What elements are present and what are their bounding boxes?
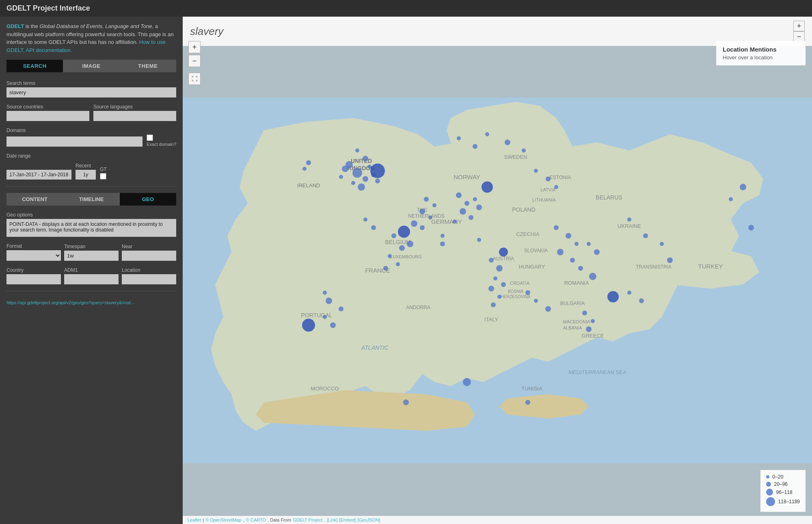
svg-point-106	[403, 400, 409, 405]
divider-2	[6, 291, 176, 291]
svg-point-119	[525, 290, 530, 295]
svg-point-45	[342, 166, 348, 172]
svg-text:UNITED: UNITED	[351, 158, 372, 164]
tab-image[interactable]: IMAGE	[63, 60, 119, 72]
geojson-link[interactable]: [GeoJSON]	[357, 518, 380, 522]
leaflet-link[interactable]: Leaflet	[188, 518, 201, 522]
legend-label-1: 20–96	[774, 481, 788, 487]
legend-dot-1	[766, 482, 771, 487]
svg-point-81	[496, 265, 503, 272]
adm1-input[interactable]	[64, 274, 119, 284]
exact-domain-label: Exact domain?	[147, 142, 176, 147]
svg-point-104	[505, 140, 510, 145]
zoom-out-button[interactable]: −	[188, 55, 201, 67]
svg-point-114	[586, 327, 592, 332]
svg-point-52	[306, 160, 311, 165]
domains-input[interactable]	[6, 136, 143, 147]
osm-link[interactable]: © OpenStreetMap	[205, 518, 242, 522]
date-range-input[interactable]	[6, 170, 71, 180]
tab-theme[interactable]: THEME	[120, 60, 176, 72]
timespan-input[interactable]	[64, 251, 119, 261]
recent-group: Recent	[76, 160, 96, 180]
svg-point-63	[419, 209, 425, 214]
api-url-link[interactable]: https://api.gdeltproject.org/api/v2/geo/…	[6, 300, 176, 305]
map-zoom-in-title[interactable]: +	[793, 21, 805, 31]
domains-label: Domains	[6, 128, 176, 133]
svg-point-56	[388, 254, 392, 258]
svg-point-100	[554, 185, 558, 189]
legend-label-2: 96–118	[776, 489, 793, 495]
source-countries-label: Source countries	[6, 104, 89, 110]
tab-search[interactable]: SEARCH	[6, 60, 63, 72]
legend-item-0: 0–20	[766, 474, 800, 480]
geo-options-label: Geo options	[6, 212, 176, 218]
tab-content[interactable]: CONTENT	[6, 193, 63, 206]
svg-text:HUNGARY: HUNGARY	[519, 264, 545, 270]
exact-domain-checkbox[interactable]	[147, 134, 153, 141]
map-title-text: slavery	[190, 25, 223, 38]
svg-text:IRELAND: IRELAND	[297, 182, 320, 188]
geo-options-select[interactable]: POINT-DATA - displays a dot at each loca…	[6, 219, 176, 237]
svg-point-129	[323, 291, 327, 295]
legend-dot-2	[766, 489, 773, 496]
map-container: slavery + − + − ⛶ Location Mentions Hove…	[183, 17, 812, 524]
svg-text:POLAND: POLAND	[512, 206, 536, 213]
map-zoom-out-title[interactable]: −	[793, 31, 805, 42]
svg-text:TUNISIA: TUNISIA	[521, 385, 542, 392]
near-input[interactable]	[122, 251, 176, 261]
svg-point-69	[473, 197, 477, 201]
tab-geo[interactable]: GEO	[120, 193, 176, 206]
carto-link[interactable]: © CARTO	[246, 518, 266, 522]
svg-text:CZECHIA: CZECHIA	[516, 231, 539, 237]
svg-point-124	[441, 234, 445, 238]
link-link[interactable]: [Link]	[327, 518, 337, 522]
svg-point-71	[469, 215, 473, 220]
svg-point-68	[464, 201, 469, 206]
svg-point-125	[440, 242, 445, 247]
svg-text:AUSTRIA: AUSTRIA	[493, 256, 514, 262]
svg-point-111	[729, 197, 733, 201]
fullscreen-button[interactable]: ⛶	[188, 73, 201, 85]
svg-point-116	[643, 234, 648, 238]
sidebar: GDELT is the Global Database of Events, …	[0, 17, 183, 524]
svg-point-102	[473, 144, 477, 149]
country-input[interactable]	[6, 274, 61, 284]
svg-text:SWEDEN: SWEDEN	[504, 154, 527, 160]
country-label: Country	[6, 267, 61, 273]
svg-point-126	[477, 238, 481, 242]
search-terms-label: Search terms	[6, 80, 176, 86]
source-languages-input[interactable]	[93, 111, 176, 121]
svg-point-95	[578, 266, 583, 271]
svg-point-40	[363, 156, 368, 162]
location-label: Location	[122, 267, 176, 273]
svg-point-103	[485, 132, 489, 136]
svg-point-60	[398, 226, 410, 238]
tab-timeline[interactable]: TIMELINE	[63, 193, 119, 206]
location-input[interactable]	[122, 274, 176, 284]
date-range-label: Date range	[6, 153, 176, 159]
legend-item-1: 20–96	[766, 481, 800, 487]
geo-options-group: Geo options POINT-DATA - displays a dot …	[6, 210, 176, 237]
main-tab-row: SEARCH IMAGE THEME	[6, 60, 176, 72]
api-doc-link[interactable]: API documentation.	[26, 47, 71, 53]
svg-point-85	[497, 295, 501, 299]
format-select[interactable]	[6, 250, 61, 261]
timespan-label: Timespan	[64, 244, 119, 249]
recent-input[interactable]	[76, 170, 96, 180]
gt-checkbox[interactable]	[100, 173, 106, 180]
date-range-group: Date range Recent GT	[6, 151, 176, 180]
embed-link[interactable]: [Embed]	[339, 518, 356, 522]
gdelt-link[interactable]: GDELT Project	[293, 518, 322, 522]
svg-point-91	[557, 249, 564, 256]
svg-point-50	[339, 175, 343, 179]
svg-text:ITALY: ITALY	[484, 316, 499, 323]
svg-point-109	[740, 184, 746, 191]
svg-point-70	[460, 208, 466, 215]
timespan-group: Timespan	[64, 241, 119, 261]
svg-point-92	[570, 258, 575, 263]
map-zoom-buttons: + −	[793, 21, 805, 42]
source-countries-input[interactable]	[6, 111, 89, 121]
zoom-in-button[interactable]: +	[188, 41, 201, 53]
source-row: Source countries Source languages	[6, 102, 176, 121]
search-terms-input[interactable]	[6, 87, 176, 97]
